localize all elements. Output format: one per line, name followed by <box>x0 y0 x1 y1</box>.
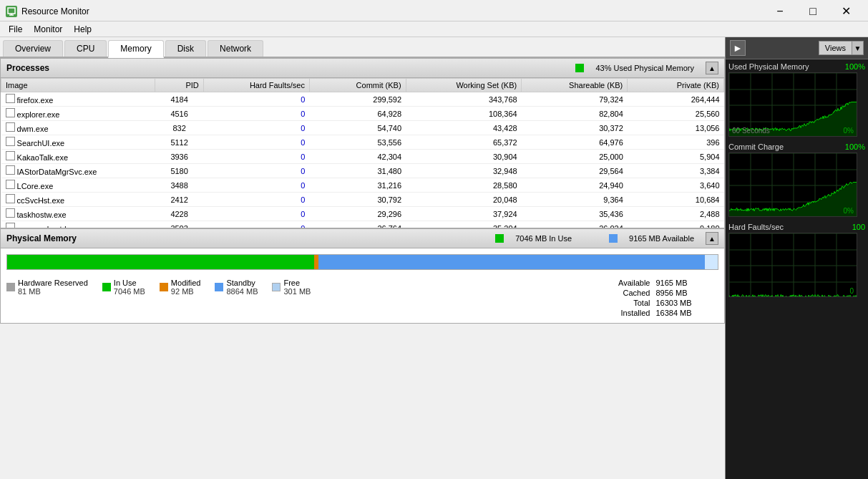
cell-workingset: 37,924 <box>406 207 522 221</box>
processes-table-container[interactable]: Image PID Hard Faults/sec Commit (KB) Wo… <box>0 78 725 228</box>
cell-hardfaults: 0 <box>203 150 309 164</box>
cell-hardfaults: 0 <box>203 92 309 107</box>
cell-hardfaults: 0 <box>203 178 309 193</box>
tab-memory[interactable]: Memory <box>108 40 163 58</box>
menu-help[interactable]: Help <box>68 23 97 36</box>
cell-private: 264,444 <box>628 92 724 107</box>
close-button[interactable]: ✕ <box>829 1 862 22</box>
cell-image: firefox.exe <box>1 92 155 107</box>
used-mem-indicator <box>575 64 584 72</box>
cell-commit: 26,764 <box>309 221 406 229</box>
table-row[interactable]: LCore.exe 3488 0 31,216 28,580 24,940 3,… <box>1 178 724 193</box>
title-bar: Resource Monitor − □ ✕ <box>0 0 868 21</box>
row-checkbox[interactable] <box>6 223 15 228</box>
cell-pid: 4516 <box>155 107 203 121</box>
col-image: Image <box>1 79 155 92</box>
menu-monitor[interactable]: Monitor <box>28 23 68 36</box>
table-row[interactable]: KakaoTalk.exe 3936 0 42,304 30,904 25,00… <box>1 150 724 164</box>
legend-box-inuse <box>102 283 111 291</box>
legend-standby: Standby 8864 MB <box>215 279 258 296</box>
chart-pct-hardfaults: 100 <box>852 223 865 231</box>
tab-disk[interactable]: Disk <box>165 40 206 57</box>
table-row[interactable]: explorer.exe 4516 0 64,928 108,364 82,80… <box>1 107 724 121</box>
table-row[interactable]: firefox.exe 4184 0 299,592 343,768 79,32… <box>1 92 724 107</box>
cell-image: ccSvcHst.exe <box>1 193 155 207</box>
tab-overview[interactable]: Overview <box>3 40 63 57</box>
processes-section-header[interactable]: Processes 43% Used Physical Memory ▲ <box>0 58 725 78</box>
chart-title-commit: Commit Charge 100% <box>728 142 865 151</box>
cell-pid: 832 <box>155 121 203 135</box>
main-layout: Overview CPU Memory Disk Network Process… <box>0 37 868 479</box>
phys-mem-stats: Available Cached Total Installed 9165 MB… <box>618 279 718 317</box>
phys-mem-section-header[interactable]: Physical Memory 7046 MB In Use 9165 MB A… <box>0 228 725 248</box>
title-bar-controls: − □ ✕ <box>764 1 862 22</box>
cell-workingset: 28,580 <box>406 178 522 193</box>
phys-mem-collapse-btn[interactable]: ▲ <box>706 232 718 245</box>
phys-mem-title: Physical Memory <box>6 233 77 243</box>
used-mem-label: 43% Used Physical Memory <box>595 64 694 72</box>
menu-file[interactable]: File <box>3 23 28 36</box>
legend-box-standby <box>215 283 223 291</box>
row-checkbox[interactable] <box>6 122 15 132</box>
cell-pid: 4184 <box>155 92 203 107</box>
cell-private: 13,056 <box>628 121 724 135</box>
row-checkbox[interactable] <box>6 194 15 203</box>
phys-mem-bottom: Hardware Reserved 81 MB In Use 7046 MB <box>1 276 724 323</box>
cell-commit: 64,928 <box>309 107 406 121</box>
table-row[interactable]: vmware-hostd... 3503 0 26,764 35,204 26,… <box>1 221 724 229</box>
chart-60sec-label: 60 Seconds <box>732 127 770 135</box>
chart-title-hardfaults: Hard Faults/sec 100 <box>728 223 865 231</box>
legend-box-modified <box>160 283 168 291</box>
cell-workingset: 343,768 <box>406 92 522 107</box>
cell-hardfaults: 0 <box>203 135 309 150</box>
processes-collapse-btn[interactable]: ▲ <box>706 62 718 74</box>
cell-shareable: 35,436 <box>522 207 628 221</box>
row-checkbox[interactable] <box>6 94 15 103</box>
chart-hardfaults-0: 0 <box>849 287 854 295</box>
cell-private: 10,684 <box>628 193 724 207</box>
cell-hardfaults: 0 <box>203 207 309 221</box>
row-checkbox[interactable] <box>6 137 15 146</box>
chart-0pct-label: 0% <box>844 127 854 135</box>
views-dropdown-arrow[interactable]: ▼ <box>852 41 864 55</box>
row-checkbox[interactable] <box>6 165 15 175</box>
cell-image: KakaoTalk.exe <box>1 150 155 164</box>
chart-title-used-mem: Used Physical Memory 100% <box>728 62 865 71</box>
views-button[interactable]: Views ▼ <box>819 41 864 55</box>
chart-box-used-mem: 60 Seconds 0% <box>728 72 857 137</box>
cell-commit: 31,480 <box>309 164 406 178</box>
table-row[interactable]: ccSvcHst.exe 2412 0 30,792 20,048 9,364 … <box>1 193 724 207</box>
minimize-button[interactable]: − <box>764 1 796 22</box>
legend-inuse: In Use 7046 MB <box>102 279 145 296</box>
cell-private: 396 <box>628 135 724 150</box>
table-row[interactable]: dwm.exe 832 0 54,740 43,428 30,372 13,05… <box>1 121 724 135</box>
table-row[interactable]: SearchUI.exe 5112 0 53,556 65,372 64,976… <box>1 135 724 150</box>
tab-network[interactable]: Network <box>208 40 263 57</box>
cell-private: 3,640 <box>628 178 724 193</box>
row-checkbox[interactable] <box>6 208 15 218</box>
row-checkbox[interactable] <box>6 151 15 160</box>
right-panel-nav-btn[interactable]: ► <box>730 40 746 56</box>
cell-shareable: 64,976 <box>522 135 628 150</box>
table-row[interactable]: IAStorDataMgrSvc.exe 5180 0 31,480 32,94… <box>1 164 724 178</box>
cell-shareable: 30,372 <box>522 121 628 135</box>
legend-hardware-reserved: Hardware Reserved 81 MB <box>6 279 88 296</box>
cell-shareable: 79,324 <box>522 92 628 107</box>
cell-workingset: 108,364 <box>406 107 522 121</box>
table-row[interactable]: taskhostw.exe 4228 0 29,296 37,924 35,43… <box>1 207 724 221</box>
cell-hardfaults: 0 <box>203 107 309 121</box>
row-checkbox[interactable] <box>6 180 15 189</box>
cell-workingset: 32,948 <box>406 164 522 178</box>
cell-commit: 54,740 <box>309 121 406 135</box>
chart-label-commit: Commit Charge <box>728 142 784 151</box>
legend-box-hw <box>6 283 15 291</box>
cell-commit: 31,216 <box>309 178 406 193</box>
cell-private: 5,904 <box>628 150 724 164</box>
tab-cpu[interactable]: CPU <box>64 40 107 57</box>
cell-image: explorer.exe <box>1 107 155 121</box>
cell-commit: 299,592 <box>309 92 406 107</box>
maximize-button[interactable]: □ <box>796 1 829 22</box>
cell-shareable: 82,804 <box>522 107 628 121</box>
cell-pid: 5180 <box>155 164 203 178</box>
row-checkbox[interactable] <box>6 108 15 117</box>
